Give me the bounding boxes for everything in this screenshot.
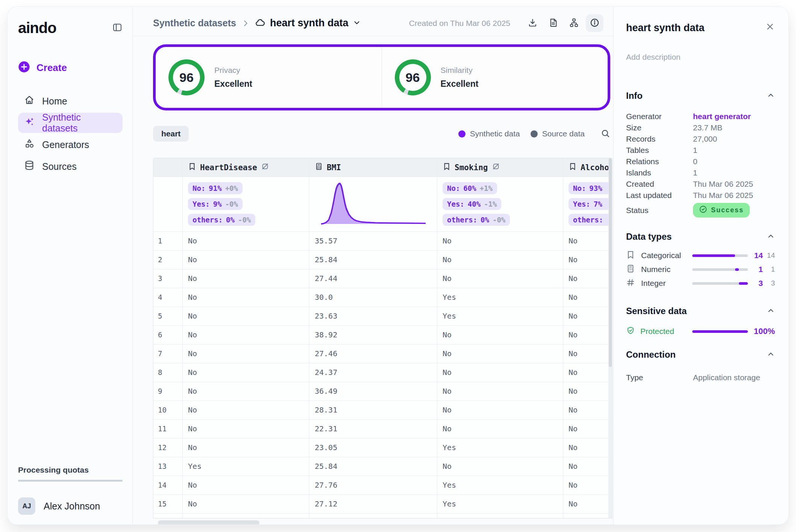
cell-heartdisease: No	[183, 382, 309, 401]
table-row: 6 No 38.92 No No	[153, 326, 612, 345]
schema-button[interactable]	[565, 14, 583, 32]
legend-synthetic-data[interactable]: Synthetic data	[458, 129, 520, 138]
dataset-title-dropdown[interactable]: heart synth data	[255, 17, 361, 29]
row-number: 4	[153, 288, 183, 307]
data-type-total: 14	[763, 251, 775, 260]
sidebar-item-home[interactable]: Home	[18, 91, 123, 111]
table-row: 2 No 25.84 No No	[153, 251, 612, 269]
collapse-connection-button[interactable]	[767, 350, 775, 360]
cell-smoking: No	[437, 251, 563, 269]
cell-alcohol: No	[563, 288, 612, 307]
vertical-scrollbar-thumb[interactable]	[609, 158, 612, 367]
sidebar-item-generators[interactable]: Generators	[18, 135, 123, 155]
vertical-scrollbar[interactable]	[608, 158, 612, 518]
info-value: Thu Mar 06 2025	[693, 191, 775, 200]
smoking-stats: No:60%+1% Yes:40%-1% others:0%-0%	[437, 177, 563, 232]
cell-bmi: 25.84	[309, 251, 437, 269]
category-stat-chip: Yes:7%	[569, 198, 610, 210]
protected-label: Protected	[640, 327, 691, 336]
cell-heartdisease: No	[183, 288, 309, 307]
cell-smoking: Yes	[437, 438, 563, 457]
info-label: Last updated	[626, 191, 693, 200]
data-type-total: 3	[763, 279, 775, 287]
data-table: HeartDisease BMI Smoking Alcohol	[153, 158, 613, 518]
row-number: 12	[153, 438, 183, 457]
hierarchy-icon	[569, 18, 579, 29]
column-header-bmi[interactable]: BMI	[309, 158, 437, 177]
table-tag-heart[interactable]: heart	[153, 126, 189, 142]
chevron-up-icon	[767, 350, 775, 360]
data-type-categorical: Categorical 14 14	[626, 250, 775, 261]
table-row: 1 No 35.57 No No	[153, 232, 612, 251]
cell-heartdisease: No	[183, 438, 309, 457]
create-label: Create	[36, 62, 67, 74]
add-description-field[interactable]: Add description	[626, 53, 775, 62]
main-area: Synthetic datasets heart synth data Crea…	[132, 7, 614, 524]
info-label: Created	[626, 180, 693, 189]
similarity-gauge: 96	[395, 59, 431, 95]
category-stat-chip: No:60%+1%	[443, 182, 497, 194]
horizontal-scrollbar[interactable]	[153, 520, 613, 524]
similarity-metric-card: 96 Similarity Excellent	[382, 47, 608, 108]
collapse-data-types-button[interactable]	[767, 232, 775, 242]
user-menu[interactable]: AJ Alex Johnson	[18, 497, 123, 515]
privacy-score: 96	[168, 59, 205, 95]
cell-heartdisease: No	[183, 476, 309, 495]
info-button[interactable]	[586, 14, 603, 32]
cell-heartdisease: No	[183, 251, 309, 269]
column-header-alcohol[interactable]: Alcohol	[563, 158, 612, 177]
dataset-content: 96 Privacy Excellent 96 Similarity Excel…	[133, 36, 613, 524]
panel-left-icon	[112, 22, 123, 34]
sidebar-item-label: Home	[42, 96, 67, 107]
create-button[interactable]: Create	[18, 61, 123, 74]
report-button[interactable]	[544, 14, 562, 32]
info-label: Records	[626, 135, 693, 144]
data-type-total: 1	[763, 265, 775, 274]
main-header: Synthetic datasets heart synth data Crea…	[133, 7, 613, 36]
sidebar-item-label: Generators	[42, 139, 89, 150]
cell-smoking: No	[437, 363, 563, 382]
search-button[interactable]	[600, 128, 610, 139]
cell-alcohol: No	[563, 269, 612, 288]
metric-label: Privacy	[214, 66, 252, 75]
horizontal-scrollbar-thumb[interactable]	[158, 520, 259, 524]
cell-heartdisease: Yes	[183, 457, 309, 476]
file-text-icon	[548, 18, 558, 29]
generator-link[interactable]: heart generator	[693, 112, 775, 121]
data-type-count: 3	[750, 279, 763, 288]
sidebar-item-synthetic-datasets[interactable]: Synthetic datasets	[18, 113, 123, 133]
similarity-score: 96	[395, 59, 431, 95]
chevron-up-icon	[767, 91, 775, 101]
info-label: Generator	[626, 112, 693, 121]
download-button[interactable]	[524, 14, 541, 32]
row-number-header	[153, 158, 183, 177]
page-title: heart synth data	[270, 17, 349, 29]
data-type-count: 14	[750, 251, 763, 260]
close-icon	[765, 22, 775, 33]
legend-source-data[interactable]: Source data	[531, 129, 585, 138]
cell-bmi: 25.84	[309, 457, 437, 476]
privacy-metric-card: 96 Privacy Excellent	[156, 47, 382, 108]
sidebar-item-sources[interactable]: Sources	[18, 156, 123, 177]
category-stat-chip: others:	[569, 214, 612, 226]
data-type-label: Numeric	[641, 265, 691, 274]
cell-smoking: No	[437, 457, 563, 476]
cell-alcohol: No	[563, 326, 612, 345]
collapse-info-button[interactable]	[767, 91, 775, 101]
row-number: 7	[153, 345, 183, 363]
cell-smoking: Yes	[437, 288, 563, 307]
protected-percentage: 100%	[754, 326, 775, 336]
sidebar-item-label: Sources	[42, 161, 77, 172]
cell-alcohol: No	[563, 232, 612, 251]
column-header-heartdisease[interactable]: HeartDisease	[183, 158, 309, 177]
info-value: 0	[693, 157, 775, 166]
protected-bar	[692, 330, 748, 333]
table-row: 11 No 22.31 No No	[153, 420, 612, 438]
sidebar-collapse-button[interactable]	[112, 22, 123, 34]
breadcrumb-parent-link[interactable]: Synthetic datasets	[153, 18, 236, 29]
info-value: 1	[693, 146, 775, 155]
close-panel-button[interactable]	[765, 22, 775, 33]
column-header-smoking[interactable]: Smoking	[437, 158, 563, 177]
cell-bmi: 22.31	[309, 420, 437, 438]
collapse-sensitive-button[interactable]	[767, 307, 775, 316]
